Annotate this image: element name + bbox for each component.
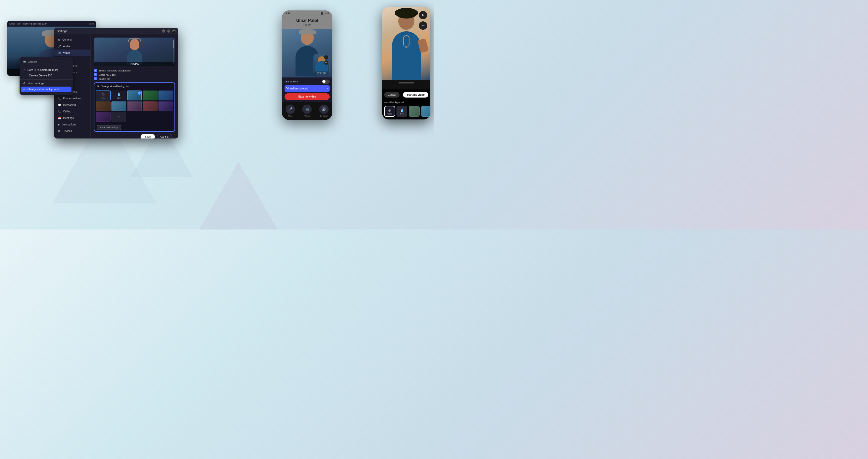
checkmark-icon: ✓ [23,69,25,71]
camera-option-2[interactable]: Camera Device 230 [20,73,73,78]
video-settings-item[interactable]: ⚙ Video settings... [20,81,73,86]
advanced-settings-button[interactable]: Advanced settings [97,125,121,130]
headphones-graphic [128,38,142,42]
msg-icon: 💬 [58,103,61,106]
caller-head [301,31,314,45]
nav-meetings[interactable]: 📅 Meetings [54,115,91,121]
status-icons: ▓ ▲ ▮ [321,12,329,14]
video-preview-box: Preview [94,37,175,66]
selected-badge: ✕ [138,92,141,95]
phone2-start-video-button[interactable]: Start my video [403,92,428,97]
vbg-header-left: ✕ Change virtual background [97,85,130,88]
doc-head [398,12,414,30]
change-vbg-item[interactable]: ✂ Change virtual background [21,87,71,92]
vbg-header: ✕ Change virtual background ⌄ [94,83,175,89]
calling-icon: 📞 [58,110,61,113]
hd-checkbox[interactable]: ✓ [94,77,97,80]
settings-main-content: Preview ✓ Enable hardware acceleration ✓… [91,34,178,139]
camera-flip-button[interactable]: ↻ [419,11,427,19]
vbg-img-6[interactable] [127,101,142,111]
vbg-grid: ⊘ None 💧 Blur ✕ [94,89,175,123]
nav-phone[interactable]: 📞 Phone services [54,95,91,102]
meetings-icon: 📅 [58,117,61,119]
phone2-room-option[interactable] [409,106,420,117]
dropdown-camera-header: 📷 Camera [20,59,73,65]
preview-label: Preview [94,62,175,66]
nav-devices[interactable]: 🖥 Devices [54,128,91,134]
stop-video-button[interactable]: Stop my video [284,93,330,100]
settings-footer: Save Cancel [94,132,175,139]
vbg-strip-label: Virtual background [384,100,428,104]
self-view-person: ↻ 〰 [314,54,330,74]
stethoscope-graphic [403,35,409,47]
vbg-img-8[interactable] [158,101,173,111]
hw-accel-checkbox[interactable]: ✓ [94,69,97,72]
video-options: ✓ Enable hardware acceleration ✓ Mirror … [94,69,175,80]
vbg-img-3[interactable] [158,91,173,100]
mobile-phone-1: 9:41 ▓ ▲ ▮ Umar Patel 00:12 ↻ [282,10,332,120]
vbg-img-9[interactable] [96,112,111,122]
preview-person [124,39,145,65]
phone2-cancel-button[interactable]: Cancel [384,92,400,97]
close-button[interactable]: ✕ [173,29,176,33]
app-user-name: Umar Patel [9,23,21,25]
virtual-bg-button[interactable]: Virtual background › [284,85,330,92]
hw-accel-option: ✓ Enable hardware acceleration [94,69,175,72]
call-duration: 00:12 [286,24,329,27]
maximize-button[interactable]: □ [167,29,170,33]
none-bg-icon: ⊘ [388,108,391,113]
vbg-collapse-icon[interactable]: ⌄ [169,84,172,88]
vbg-img-4[interactable] [96,101,111,111]
nav-video[interactable]: 📹 Video [54,50,91,56]
save-button[interactable]: Save [141,134,155,139]
dual-camera-toggle[interactable] [322,80,330,84]
nav-audio[interactable]: 🎤 Audio [54,43,91,50]
nav-messaging[interactable]: 💬 Messaging [54,102,91,108]
phone2-none-option[interactable]: ⊘ None [384,106,395,117]
wifi-icon: ▲ [324,12,326,14]
mirror-checkbox[interactable]: ✓ [94,73,97,76]
phone-video-btn[interactable]: 📹 Video [302,104,312,117]
vbg-img-1[interactable]: ✕ [127,91,142,100]
vbg-img-2[interactable] [143,91,158,100]
phone-status-bar: 9:41 ▓ ▲ ▮ [282,10,332,16]
phone-speaker-btn[interactable]: 🔊 Speaker [319,104,329,117]
phone2-beach-option[interactable] [421,106,430,117]
camera-icon: 📷 [23,61,26,63]
phone-mute-btn[interactable]: 🎤 Mute [286,104,295,117]
nav-join[interactable]: ▶ Join options [54,121,91,128]
signal-icon: ▓ [321,12,323,14]
preview-scrollbar[interactable] [173,40,174,64]
blur-bg-icon: 💧 [400,108,404,113]
phone2-blur-option[interactable]: 💧 Blur [397,106,407,117]
general-icon: ⚙ [58,38,60,41]
effects-icon[interactable]: 〰 [324,61,329,65]
camera-switch-icon[interactable]: ↻ [324,55,329,59]
vbg-none[interactable]: ⊘ None [96,91,111,100]
cancel-button[interactable]: Cancel [157,134,172,139]
minimize-button[interactable]: − [162,29,165,33]
nav-calling[interactable]: 📞 Calling [54,108,91,115]
doc-curly-hair [396,9,416,19]
phone-bottom-panel: Dual camera Virtual background › Stop my… [282,78,332,102]
dropdown-separator-1 [20,66,73,66]
phone-call-header: Umar Patel 00:12 [282,16,332,29]
camera-option-1[interactable]: ✓ Rare HD Camera (Built-in) [20,67,73,73]
devices-icon: 🖥 [58,130,61,132]
nav-general[interactable]: ⚙ General [54,36,91,43]
vbg-footer: Advanced settings [94,123,175,131]
chevron-right-icon: › [327,87,328,90]
vbg-img-5[interactable] [112,101,126,111]
vbg-blur[interactable]: 💧 Blur [112,91,126,100]
vbg-add[interactable]: + [112,112,126,122]
effects-wave-icon: 〰 [422,24,425,27]
bg-decoration-2 [199,162,278,230]
scissors-icon: ✂ [23,88,25,91]
effects-button[interactable]: 〰 [419,21,427,30]
home-bar [399,83,414,84]
scrollbar-thumb [173,40,174,48]
app-titlebar: Umar Patel Work: +1 555 888 1234 12:40 [7,21,96,27]
join-icon: ▶ [58,123,60,126]
vbg-img-7[interactable] [143,101,158,111]
window-controls: − □ ✕ [162,29,176,33]
